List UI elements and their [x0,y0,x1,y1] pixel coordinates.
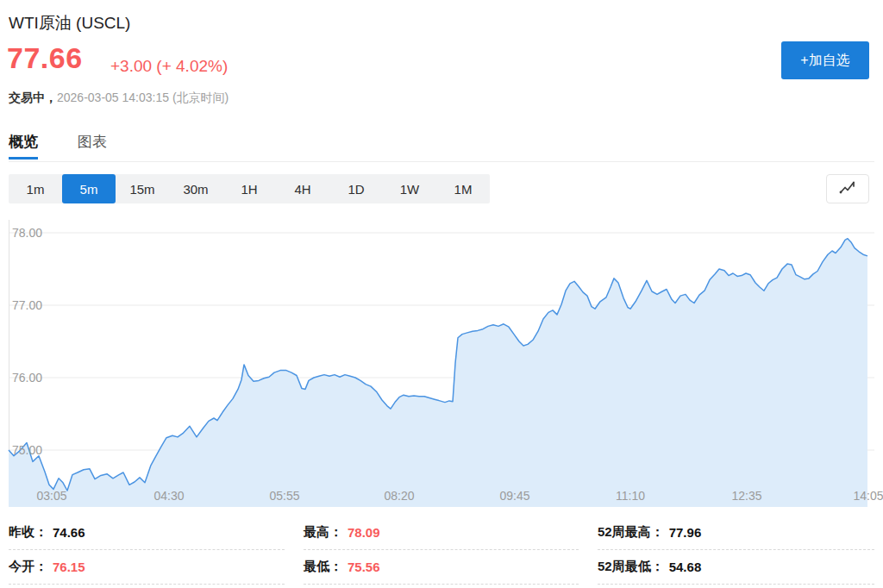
stat-label: 52周最高： [598,524,664,541]
x-axis-label: 08:20 [384,489,414,503]
y-axis-label: 77.00 [12,298,42,312]
x-axis-label: 09:45 [499,489,529,503]
x-axis-label: 04:30 [153,489,184,503]
trend-line-icon [838,180,857,198]
trading-status: 交易中， [9,91,57,104]
interval-1d[interactable]: 1D [329,174,383,203]
y-axis-label: 75.00 [12,443,42,457]
instrument-title: WTI原油 (USCL) [9,12,130,34]
stat-label: 今开： [9,559,47,575]
stat-value: 74.66 [53,525,85,540]
interval-1w[interactable]: 1W [383,174,436,203]
trading-status-row: 交易中，2026-03-05 14:03:15 (北京时间) [9,91,229,106]
interval-15m[interactable]: 15m [116,174,169,203]
interval-4h[interactable]: 4H [276,174,329,203]
price-change: +3.00 (+ 4.02%) [110,57,228,76]
interval-1m[interactable]: 1m [9,174,62,203]
active-tab-underline [9,157,38,160]
stat-high: 最高： 78.09 [304,516,579,550]
y-axis-label: 78.00 [12,226,42,240]
last-price: 77.66 [7,41,83,75]
stats-column-2: 最高： 78.09 最低： 75.56 [304,516,579,585]
interval-1m-month[interactable]: 1M [436,174,490,203]
price-area-chart: 78.0077.0076.0075.0003:0504:3005:5508:20… [0,220,883,509]
stats-column-1: 昨收： 74.66 今开： 76.15 [9,516,285,585]
stat-52w-low: 52周最低： 54.68 [598,550,874,585]
stat-low: 最低： 75.56 [304,550,579,585]
x-axis-label: 05:55 [269,489,299,503]
quote-page: WTI原油 (USCL) 77.66 +3.00 (+ 4.02%) 交易中，2… [0,0,883,588]
quote-timestamp: 2026-03-05 14:03:15 (北京时间) [57,91,229,104]
tab-chart[interactable]: 图表 [78,132,107,152]
tab-overview[interactable]: 概览 [9,132,38,152]
x-axis-label: 12:35 [731,489,761,503]
x-axis-label: 03:05 [36,489,66,503]
x-axis-label: 11:10 [616,489,645,503]
x-axis-label: 14:05 [853,489,883,503]
stat-value: 76.15 [53,560,85,574]
stat-value: 75.56 [348,560,380,574]
add-watchlist-button[interactable]: +加自选 [781,41,869,79]
stat-label: 最低： [304,559,342,575]
stats-column-3: 52周最高： 77.96 52周最低： 54.68 [598,516,874,585]
y-axis-label: 76.00 [12,371,42,385]
stat-value: 54.68 [669,560,702,574]
interval-1h[interactable]: 1H [222,174,276,203]
stat-value: 77.96 [669,525,702,540]
interval-selector: 1m 5m 15m 30m 1H 4H 1D 1W 1M [9,174,490,203]
tabs-divider [9,161,874,162]
quote-stats: 昨收： 74.66 今开： 76.15 最高： 78.09 最低： 75.56 … [9,516,874,585]
stat-value: 78.09 [348,525,380,540]
stat-label: 最高： [304,524,342,541]
interval-5m[interactable]: 5m [62,174,116,203]
interval-30m[interactable]: 30m [169,174,222,203]
stat-label: 52周最低： [598,559,664,575]
stat-label: 昨收： [9,524,47,541]
area-fill [9,239,867,507]
chart-type-button[interactable] [826,174,869,203]
stat-52w-high: 52周最高： 77.96 [598,516,874,550]
stat-prev-close: 昨收： 74.66 [9,516,285,550]
stat-open: 今开： 76.15 [9,550,285,585]
